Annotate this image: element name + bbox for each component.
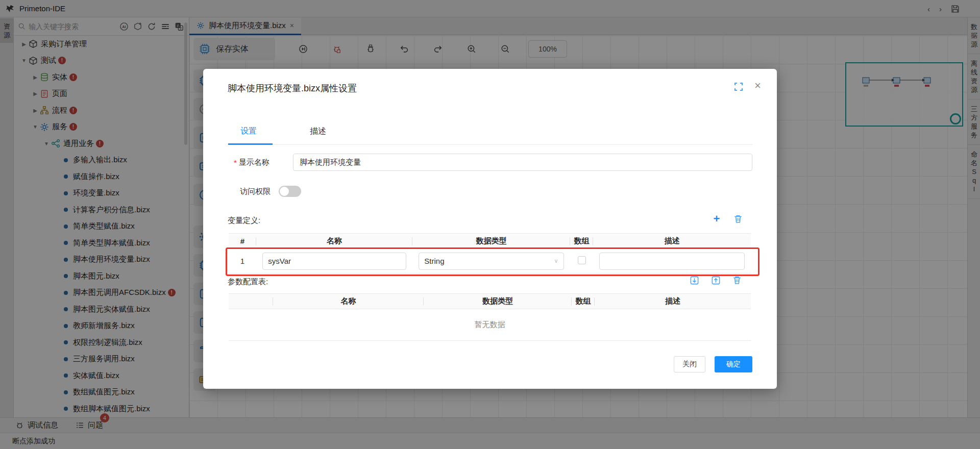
tab-divider bbox=[228, 144, 752, 145]
empty-data-text: 暂无数据 bbox=[475, 320, 505, 329]
add-row-icon[interactable]: + bbox=[712, 214, 722, 224]
tab-ink-bar bbox=[228, 143, 273, 145]
toggle-knob bbox=[280, 187, 289, 196]
access-row: 访问权限 bbox=[240, 185, 301, 197]
required-star: * bbox=[234, 158, 237, 167]
param-empty-row: 暂无数据 bbox=[229, 309, 751, 341]
delete-param-icon[interactable] bbox=[732, 275, 742, 285]
ok-button[interactable]: 确定 bbox=[715, 356, 752, 372]
dialog-tab-description[interactable]: 描述 bbox=[310, 126, 326, 137]
variable-table-header: # 名称 数据类型 数组 描述 bbox=[229, 234, 751, 249]
param-table-header: 名称 数据类型 数组 描述 bbox=[229, 294, 751, 309]
var-desc-input[interactable] bbox=[599, 253, 744, 270]
dialog-tab-settings[interactable]: 设置 bbox=[240, 126, 257, 137]
display-name-row: * 显示名称 bbox=[234, 154, 752, 171]
variable-row: 1 String∨ bbox=[229, 249, 751, 273]
properties-dialog: 脚本使用环境变量.bizx属性设置 × 设置 描述 * 显示名称 访问权限 变量… bbox=[203, 69, 777, 389]
param-section-label: 参数配置表: bbox=[228, 277, 268, 287]
row-index: 1 bbox=[240, 257, 244, 265]
var-type-value: String bbox=[424, 257, 444, 265]
var-array-checkbox[interactable] bbox=[578, 256, 586, 264]
export-icon[interactable] bbox=[710, 275, 721, 285]
close-button[interactable]: 关闭 bbox=[674, 356, 705, 372]
param-table: 名称 数据类型 数组 描述 暂无数据 bbox=[229, 293, 751, 341]
delete-row-icon[interactable] bbox=[733, 214, 743, 224]
access-toggle[interactable] bbox=[279, 186, 301, 197]
chevron-down-icon: ∨ bbox=[554, 258, 558, 264]
dialog-title: 脚本使用环境变量.bizx属性设置 bbox=[228, 82, 357, 94]
display-name-input[interactable] bbox=[293, 154, 752, 171]
fullscreen-icon[interactable] bbox=[734, 82, 743, 93]
close-icon[interactable]: × bbox=[754, 79, 761, 92]
dialog-footer: 关闭 确定 bbox=[203, 356, 777, 377]
import-icon[interactable] bbox=[689, 275, 699, 285]
display-name-label: 显示名称 bbox=[239, 158, 270, 167]
var-name-input[interactable] bbox=[262, 253, 406, 270]
access-label: 访问权限 bbox=[240, 187, 271, 196]
var-section-label: 变量定义: bbox=[228, 216, 260, 226]
variable-table: # 名称 数据类型 数组 描述 1 String∨ bbox=[229, 233, 751, 273]
var-type-select[interactable]: String∨ bbox=[419, 253, 564, 270]
